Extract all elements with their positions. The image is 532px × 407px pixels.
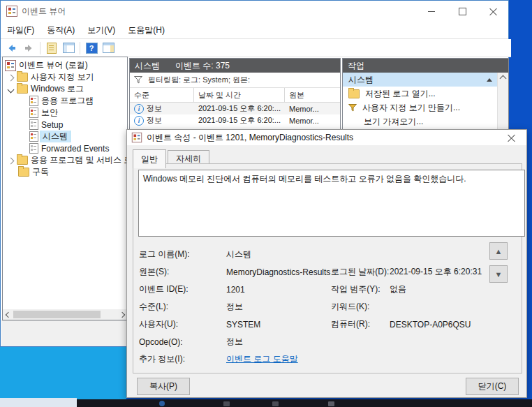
- left-chevron-icon: [5, 311, 10, 317]
- tree-item-subscriptions[interactable]: 구독: [3, 166, 127, 178]
- event-message-box[interactable]: Windows 메모리 진단에서 컴퓨터의 메모리를 테스트하고 오류가 없음을…: [138, 170, 525, 237]
- help-icon: [86, 43, 98, 54]
- column-level[interactable]: 수준: [130, 88, 194, 102]
- back-arrow-icon: [6, 43, 17, 54]
- forward-button[interactable]: [21, 41, 36, 55]
- tree-item-system[interactable]: 시스템: [3, 131, 127, 142]
- tree-item-security[interactable]: 보안: [3, 107, 127, 119]
- dialog-close-action-button[interactable]: 닫기(C): [466, 378, 519, 395]
- menu-bar: 파일(F) 동작(A) 보기(V) 도움말(H): [1, 22, 508, 39]
- toolbar: [1, 39, 511, 57]
- tree-item-windows-logs[interactable]: Windows 로그: [3, 83, 127, 95]
- right-chevron-icon: [119, 311, 124, 317]
- event-properties-icon: [132, 133, 142, 142]
- column-datetime[interactable]: 날짜 및 시간: [194, 88, 285, 102]
- desktop-corner: [0, 398, 77, 407]
- event-log-help-link[interactable]: 이벤트 로그 도움말: [226, 353, 331, 365]
- console-tree-toggle[interactable]: [61, 41, 76, 55]
- list-title: 시스템: [135, 60, 160, 72]
- help-tool[interactable]: [84, 41, 99, 55]
- screen: 이벤트 뷰어 파일(F) 동작(A) 보기(V) 도움말(H): [0, 0, 532, 407]
- list-header: 시스템 이벤트 수: 375: [130, 59, 340, 73]
- tree-item-application[interactable]: 응용 프로그램: [3, 95, 127, 107]
- tree-item-custom-views[interactable]: 사용자 지정 보기: [3, 71, 127, 83]
- scrollbar-thumb[interactable]: [13, 311, 101, 318]
- up-chevron-icon: [500, 75, 507, 82]
- forward-arrow-icon: [23, 43, 34, 54]
- opcode-value: 정보: [226, 336, 331, 348]
- maximize-button[interactable]: [447, 1, 478, 22]
- level-value: 정보: [226, 301, 331, 313]
- event-row[interactable]: i정보 2021-09-15 오후 6:20:... Memor...: [130, 114, 340, 126]
- event-row[interactable]: i정보 2021-09-15 오후 6:20:... Memor...: [130, 103, 340, 114]
- field-row: 이벤트 ID(E): 1201 작업 범주(Y): 없음: [139, 281, 516, 298]
- action-pane-icon: [103, 43, 114, 53]
- field-row: 추가 정보(I): 이벤트 로그 도움말: [139, 350, 516, 368]
- next-event-button[interactable]: [489, 265, 508, 283]
- action-open-saved-log[interactable]: 저장된 로그 열기...: [343, 87, 498, 101]
- folder-icon: [17, 156, 28, 165]
- more-info-label: 추가 정보(I):: [139, 353, 226, 365]
- tree-item-setup[interactable]: Setup: [3, 119, 127, 131]
- expanded-chevron-icon[interactable]: [8, 87, 15, 94]
- collapsed-chevron-icon[interactable]: [8, 75, 15, 82]
- dialog-titlebar: 이벤트 속성 - 이벤트 1201, MemoryDiagnostics-Res…: [127, 130, 526, 145]
- dialog-close-button[interactable]: [496, 130, 526, 145]
- event-viewer-node-icon: [5, 60, 16, 71]
- menu-help[interactable]: 도움말(H): [121, 22, 171, 39]
- close-button[interactable]: [478, 1, 508, 22]
- event-id-value: 1201: [226, 285, 331, 295]
- taskbar-explorer-icon[interactable]: [328, 401, 334, 406]
- column-source[interactable]: 원본: [285, 88, 340, 102]
- menu-file[interactable]: 파일(F): [1, 22, 40, 39]
- info-icon: i: [134, 116, 144, 126]
- collapsed-chevron-icon[interactable]: [8, 158, 15, 165]
- folder-icon: [17, 84, 28, 94]
- action-create-custom-view[interactable]: 사용자 지정 보기 만들기...: [343, 101, 498, 114]
- log-icon: [29, 143, 38, 154]
- desktop-background: [0, 347, 126, 399]
- open-folder-icon: [348, 89, 360, 98]
- close-icon: [489, 8, 497, 15]
- event-properties-dialog: 이벤트 속성 - 이벤트 1201, MemoryDiagnostics-Res…: [126, 129, 527, 398]
- action-pane-toggle[interactable]: [101, 41, 116, 55]
- tree-item-forwarded-events[interactable]: Forwarded Events: [3, 142, 127, 154]
- task-category-value: 없음: [390, 283, 516, 295]
- minimize-button[interactable]: [416, 1, 447, 22]
- tree-item-apps-services-logs[interactable]: 응용 프로그램 및 서비스 로: [3, 154, 127, 166]
- scroll-left-arrow[interactable]: [3, 309, 13, 320]
- back-button[interactable]: [4, 41, 20, 55]
- event-viewer-app-icon: [6, 6, 17, 17]
- previous-event-button[interactable]: [489, 242, 508, 260]
- log-icon: [29, 108, 38, 118]
- collapse-triangle-icon: [487, 78, 492, 82]
- menu-action[interactable]: 동작(A): [40, 22, 81, 39]
- level-label: 수준(L):: [139, 301, 226, 313]
- toolbar-separator: [80, 42, 80, 54]
- action-import-custom-view[interactable]: 보기 가져오기...: [343, 114, 498, 128]
- menu-view[interactable]: 보기(V): [81, 22, 121, 39]
- taskbar-app-icon[interactable]: [272, 401, 279, 406]
- open-saved-log-tool[interactable]: [44, 41, 59, 55]
- tree-item-event-viewer-local[interactable]: 이벤트 뷰어 (로컬): [3, 59, 127, 71]
- field-row: 원본(S): MemoryDiagnostics-Results 로그된 날짜(…: [139, 263, 516, 281]
- filter-text: 필터링됨: 로그: System; 원본:: [148, 75, 250, 85]
- taskbar[interactable]: [77, 399, 532, 407]
- log-icon: [29, 96, 38, 106]
- dialog-title: 이벤트 속성 - 이벤트 1201, MemoryDiagnostics-Res…: [147, 132, 353, 144]
- keywords-label: 키워드(K):: [331, 301, 390, 313]
- console-tree-icon: [63, 43, 75, 53]
- event-count: 이벤트 수: 375: [175, 60, 230, 72]
- taskbar-app-icon[interactable]: [223, 401, 230, 406]
- tree-horizontal-scrollbar[interactable]: [3, 309, 127, 320]
- event-property-fields: 로그 이름(M): 시스템 원본(S): MemoryDiagnostics-R…: [139, 246, 516, 368]
- computer-value: DESKTOP-A0P6QSU: [390, 320, 516, 330]
- copy-button[interactable]: 복사(P): [137, 378, 190, 395]
- actions-group-system[interactable]: 시스템: [343, 73, 498, 87]
- column-headers: 수준 날짜 및 시간 원본: [130, 88, 340, 103]
- taskbar-circle-icon[interactable]: [159, 401, 165, 406]
- tab-general[interactable]: 일반: [133, 149, 166, 168]
- field-row: Opcode(O): 정보: [139, 333, 516, 350]
- scroll-right-arrow[interactable]: [117, 309, 127, 320]
- logged-date-label: 로그된 날짜(D):: [331, 266, 390, 278]
